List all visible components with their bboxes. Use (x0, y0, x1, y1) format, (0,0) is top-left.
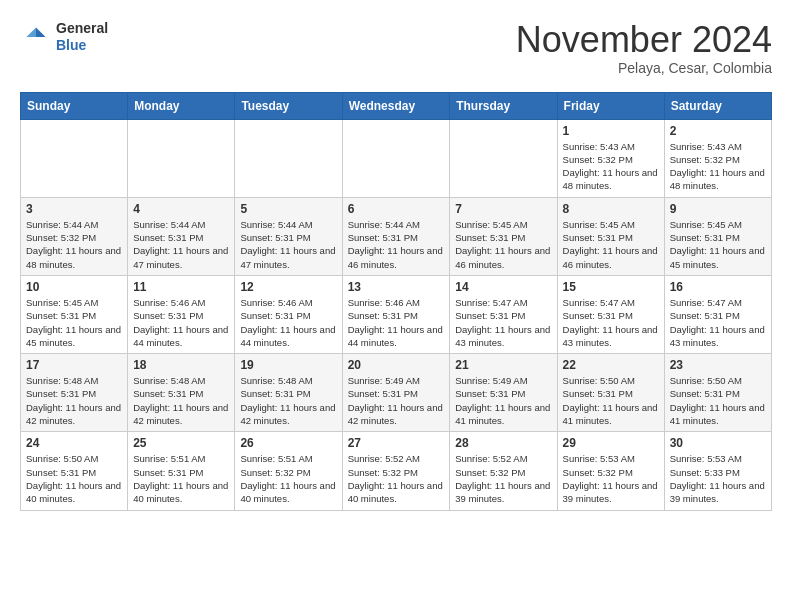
calendar-cell: 24Sunrise: 5:50 AM Sunset: 5:31 PM Dayli… (21, 432, 128, 510)
weekday-header: Friday (557, 92, 664, 119)
day-number: 21 (455, 358, 551, 372)
day-number: 3 (26, 202, 122, 216)
weekday-header: Monday (128, 92, 235, 119)
day-info: Sunrise: 5:45 AM Sunset: 5:31 PM Dayligh… (670, 218, 766, 271)
day-number: 16 (670, 280, 766, 294)
weekday-header: Tuesday (235, 92, 342, 119)
title-area: November 2024 Pelaya, Cesar, Colombia (516, 20, 772, 76)
calendar-week-row: 1Sunrise: 5:43 AM Sunset: 5:32 PM Daylig… (21, 119, 772, 197)
calendar-week-row: 24Sunrise: 5:50 AM Sunset: 5:31 PM Dayli… (21, 432, 772, 510)
day-info: Sunrise: 5:48 AM Sunset: 5:31 PM Dayligh… (26, 374, 122, 427)
calendar-cell (235, 119, 342, 197)
calendar-cell (21, 119, 128, 197)
day-number: 10 (26, 280, 122, 294)
day-info: Sunrise: 5:44 AM Sunset: 5:31 PM Dayligh… (240, 218, 336, 271)
calendar-cell: 11Sunrise: 5:46 AM Sunset: 5:31 PM Dayli… (128, 275, 235, 353)
day-number: 27 (348, 436, 445, 450)
day-number: 20 (348, 358, 445, 372)
logo-general: General (56, 20, 108, 37)
day-info: Sunrise: 5:49 AM Sunset: 5:31 PM Dayligh… (348, 374, 445, 427)
calendar-cell: 14Sunrise: 5:47 AM Sunset: 5:31 PM Dayli… (450, 275, 557, 353)
day-info: Sunrise: 5:43 AM Sunset: 5:32 PM Dayligh… (563, 140, 659, 193)
weekday-header: Saturday (664, 92, 771, 119)
calendar-cell: 26Sunrise: 5:51 AM Sunset: 5:32 PM Dayli… (235, 432, 342, 510)
month-title: November 2024 (516, 20, 772, 60)
day-number: 30 (670, 436, 766, 450)
day-info: Sunrise: 5:47 AM Sunset: 5:31 PM Dayligh… (670, 296, 766, 349)
calendar-week-row: 17Sunrise: 5:48 AM Sunset: 5:31 PM Dayli… (21, 354, 772, 432)
day-number: 9 (670, 202, 766, 216)
day-number: 8 (563, 202, 659, 216)
day-info: Sunrise: 5:46 AM Sunset: 5:31 PM Dayligh… (240, 296, 336, 349)
calendar-cell: 9Sunrise: 5:45 AM Sunset: 5:31 PM Daylig… (664, 197, 771, 275)
calendar-cell: 16Sunrise: 5:47 AM Sunset: 5:31 PM Dayli… (664, 275, 771, 353)
calendar-cell (342, 119, 450, 197)
day-info: Sunrise: 5:46 AM Sunset: 5:31 PM Dayligh… (348, 296, 445, 349)
calendar-cell: 2Sunrise: 5:43 AM Sunset: 5:32 PM Daylig… (664, 119, 771, 197)
calendar-cell: 12Sunrise: 5:46 AM Sunset: 5:31 PM Dayli… (235, 275, 342, 353)
day-number: 22 (563, 358, 659, 372)
calendar-cell: 15Sunrise: 5:47 AM Sunset: 5:31 PM Dayli… (557, 275, 664, 353)
weekday-header: Wednesday (342, 92, 450, 119)
day-info: Sunrise: 5:51 AM Sunset: 5:31 PM Dayligh… (133, 452, 229, 505)
day-number: 15 (563, 280, 659, 294)
day-info: Sunrise: 5:50 AM Sunset: 5:31 PM Dayligh… (26, 452, 122, 505)
day-info: Sunrise: 5:44 AM Sunset: 5:32 PM Dayligh… (26, 218, 122, 271)
logo: General Blue (20, 20, 108, 54)
logo-blue: Blue (56, 37, 108, 54)
day-number: 25 (133, 436, 229, 450)
day-number: 4 (133, 202, 229, 216)
day-number: 5 (240, 202, 336, 216)
calendar-cell: 23Sunrise: 5:50 AM Sunset: 5:31 PM Dayli… (664, 354, 771, 432)
day-number: 14 (455, 280, 551, 294)
day-info: Sunrise: 5:52 AM Sunset: 5:32 PM Dayligh… (348, 452, 445, 505)
logo-icon (20, 21, 52, 53)
weekday-header: Thursday (450, 92, 557, 119)
weekday-header: Sunday (21, 92, 128, 119)
page-header: General Blue November 2024 Pelaya, Cesar… (20, 20, 772, 76)
day-info: Sunrise: 5:44 AM Sunset: 5:31 PM Dayligh… (348, 218, 445, 271)
day-number: 17 (26, 358, 122, 372)
location-subtitle: Pelaya, Cesar, Colombia (516, 60, 772, 76)
day-info: Sunrise: 5:45 AM Sunset: 5:31 PM Dayligh… (563, 218, 659, 271)
day-info: Sunrise: 5:46 AM Sunset: 5:31 PM Dayligh… (133, 296, 229, 349)
calendar-cell: 18Sunrise: 5:48 AM Sunset: 5:31 PM Dayli… (128, 354, 235, 432)
calendar-week-row: 10Sunrise: 5:45 AM Sunset: 5:31 PM Dayli… (21, 275, 772, 353)
calendar-cell: 6Sunrise: 5:44 AM Sunset: 5:31 PM Daylig… (342, 197, 450, 275)
calendar-cell (450, 119, 557, 197)
day-info: Sunrise: 5:50 AM Sunset: 5:31 PM Dayligh… (563, 374, 659, 427)
calendar-cell: 17Sunrise: 5:48 AM Sunset: 5:31 PM Dayli… (21, 354, 128, 432)
day-info: Sunrise: 5:49 AM Sunset: 5:31 PM Dayligh… (455, 374, 551, 427)
calendar-cell: 13Sunrise: 5:46 AM Sunset: 5:31 PM Dayli… (342, 275, 450, 353)
day-number: 13 (348, 280, 445, 294)
calendar-cell: 27Sunrise: 5:52 AM Sunset: 5:32 PM Dayli… (342, 432, 450, 510)
calendar-table: SundayMondayTuesdayWednesdayThursdayFrid… (20, 92, 772, 511)
calendar-cell: 1Sunrise: 5:43 AM Sunset: 5:32 PM Daylig… (557, 119, 664, 197)
day-number: 2 (670, 124, 766, 138)
day-number: 7 (455, 202, 551, 216)
day-number: 26 (240, 436, 336, 450)
day-info: Sunrise: 5:51 AM Sunset: 5:32 PM Dayligh… (240, 452, 336, 505)
day-number: 11 (133, 280, 229, 294)
day-info: Sunrise: 5:45 AM Sunset: 5:31 PM Dayligh… (455, 218, 551, 271)
calendar-cell: 19Sunrise: 5:48 AM Sunset: 5:31 PM Dayli… (235, 354, 342, 432)
calendar-cell: 10Sunrise: 5:45 AM Sunset: 5:31 PM Dayli… (21, 275, 128, 353)
calendar-cell: 20Sunrise: 5:49 AM Sunset: 5:31 PM Dayli… (342, 354, 450, 432)
day-info: Sunrise: 5:47 AM Sunset: 5:31 PM Dayligh… (563, 296, 659, 349)
calendar-cell: 30Sunrise: 5:53 AM Sunset: 5:33 PM Dayli… (664, 432, 771, 510)
calendar-cell (128, 119, 235, 197)
calendar-cell: 8Sunrise: 5:45 AM Sunset: 5:31 PM Daylig… (557, 197, 664, 275)
calendar-cell: 21Sunrise: 5:49 AM Sunset: 5:31 PM Dayli… (450, 354, 557, 432)
calendar-cell: 22Sunrise: 5:50 AM Sunset: 5:31 PM Dayli… (557, 354, 664, 432)
day-info: Sunrise: 5:45 AM Sunset: 5:31 PM Dayligh… (26, 296, 122, 349)
day-info: Sunrise: 5:43 AM Sunset: 5:32 PM Dayligh… (670, 140, 766, 193)
day-info: Sunrise: 5:48 AM Sunset: 5:31 PM Dayligh… (240, 374, 336, 427)
day-info: Sunrise: 5:50 AM Sunset: 5:31 PM Dayligh… (670, 374, 766, 427)
calendar-cell: 25Sunrise: 5:51 AM Sunset: 5:31 PM Dayli… (128, 432, 235, 510)
day-number: 18 (133, 358, 229, 372)
day-info: Sunrise: 5:47 AM Sunset: 5:31 PM Dayligh… (455, 296, 551, 349)
day-number: 24 (26, 436, 122, 450)
day-number: 1 (563, 124, 659, 138)
calendar-cell: 3Sunrise: 5:44 AM Sunset: 5:32 PM Daylig… (21, 197, 128, 275)
day-number: 12 (240, 280, 336, 294)
